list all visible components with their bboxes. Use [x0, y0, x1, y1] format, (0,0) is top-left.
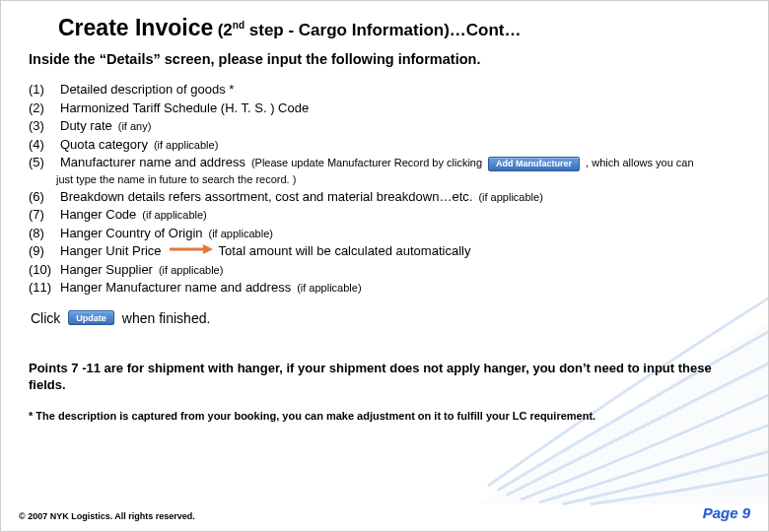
page-title: Create Invoice (2nd step - Cargo Informa…	[58, 15, 740, 41]
list-item: (9) Hanger Unit Price Total amount will …	[29, 242, 740, 260]
list-item: (6) Breakdown details refers assortment,…	[29, 188, 740, 206]
hanger-note: Points 7 -11 are for shipment with hange…	[29, 360, 740, 394]
intro-text: Inside the “Details” screen, please inpu…	[29, 51, 740, 67]
list-item-note: just type the name in future to search t…	[56, 172, 740, 187]
list-item: (5) Manufacturer name and address (Pleas…	[29, 154, 740, 171]
list-item: (1) Detailed description of goods *	[29, 81, 740, 99]
list-item: (10) Hanger Supplier (if applicable)	[29, 261, 740, 279]
page-number: Page 9	[703, 504, 750, 521]
arrow-right-icon	[168, 243, 213, 255]
title-sub: (2nd step - Cargo Information)…Cont…	[218, 21, 522, 39]
instruction-list: (1) Detailed description of goods * (2) …	[29, 81, 740, 297]
list-item: (4) Quota category (if applicable)	[29, 136, 740, 154]
list-item: (8) Hanger Country of Origin (if applica…	[29, 225, 740, 242]
list-item: (3) Duty rate (if any)	[29, 117, 740, 135]
svg-marker-1	[203, 244, 213, 254]
list-item: (7) Hanger Code (if applicable)	[29, 206, 740, 224]
slide-footer: © 2007 NYK Logistics. All rights reserve…	[19, 504, 750, 521]
copyright-text: © 2007 NYK Logistics. All rights reserve…	[19, 511, 195, 521]
click-instruction: Click Update when finished.	[31, 310, 740, 326]
list-item: (2) Harmonized Tariff Schedule (H. T. S.…	[29, 100, 740, 117]
description-footnote: * The description is captured from your …	[29, 410, 740, 422]
update-button[interactable]: Update	[68, 310, 114, 325]
title-main: Create Invoice	[58, 15, 213, 40]
slide-content: Create Invoice (2nd step - Cargo Informa…	[1, 1, 768, 422]
list-item: (11) Hanger Manufacturer name and addres…	[29, 279, 740, 297]
add-manufacturer-button[interactable]: Add Manufacturer	[488, 157, 580, 171]
